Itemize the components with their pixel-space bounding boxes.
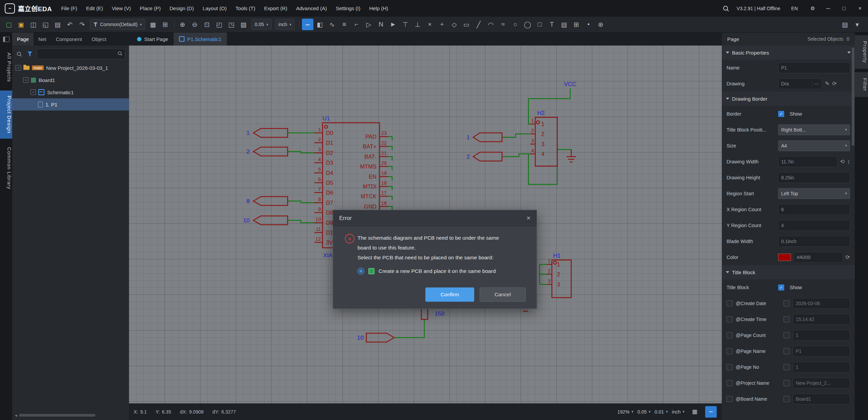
cancel-button[interactable]: Cancel bbox=[480, 287, 526, 302]
tab-p1-schematic1[interactable]: P1.Schematic1 bbox=[174, 33, 227, 45]
edit-icon[interactable]: ✎ bbox=[825, 80, 829, 87]
place-arc-icon[interactable]: ◠ bbox=[485, 19, 497, 30]
collapse-all-icon[interactable] bbox=[847, 52, 851, 54]
refresh-icon[interactable]: ⟳ bbox=[846, 254, 850, 260]
tree-item-project-root[interactable]: − main New Project_2026-03-03_1 bbox=[12, 62, 129, 74]
menu-export[interactable]: Export (R) bbox=[260, 0, 292, 17]
scroll-left-icon[interactable]: ◄ bbox=[14, 414, 18, 417]
new-file-icon[interactable]: ▢ bbox=[3, 19, 15, 30]
zoom-selection-icon[interactable]: ◳ bbox=[226, 19, 237, 30]
attr-value-input[interactable]: P1 bbox=[793, 346, 850, 357]
panel-toggle-icon[interactable] bbox=[3, 37, 9, 42]
place-image-icon[interactable]: ▤ bbox=[558, 19, 570, 30]
place-no-connect-icon[interactable]: × bbox=[424, 19, 436, 30]
place-circle-icon[interactable]: ○ bbox=[509, 19, 521, 30]
sync-icon[interactable]: ⟲ bbox=[840, 158, 845, 165]
tree-search-box[interactable] bbox=[37, 48, 126, 59]
menu-view[interactable]: View (V) bbox=[108, 0, 135, 17]
tab-page[interactable]: Page bbox=[12, 33, 34, 45]
search-icon[interactable] bbox=[718, 0, 733, 17]
create-pcb-option[interactable]: Create a new PCB and place it on the sam… bbox=[358, 268, 526, 275]
place-table-icon[interactable]: ⊞ bbox=[571, 19, 582, 30]
rail-all-projects[interactable]: All Projects bbox=[0, 47, 12, 87]
place-pin-icon[interactable]: • bbox=[583, 19, 594, 30]
place-net-label-icon[interactable]: N bbox=[375, 19, 387, 30]
size-select[interactable]: A4 ▾ bbox=[778, 140, 850, 151]
horizontal-scrollbar[interactable]: ◄ bbox=[14, 413, 126, 417]
color-input[interactable]: #A000 bbox=[794, 252, 843, 263]
search-icon[interactable] bbox=[15, 50, 23, 58]
radio-button[interactable] bbox=[358, 268, 364, 275]
grid-add-icon[interactable]: ⊞ bbox=[159, 19, 171, 30]
place-bezier-icon[interactable]: ≈ bbox=[497, 19, 509, 30]
attr-value-input[interactable]: 1 bbox=[793, 330, 850, 341]
tree-item-schematic[interactable]: − Schematic1 bbox=[12, 86, 129, 98]
place-ellipse-icon[interactable]: ◯ bbox=[522, 19, 533, 30]
zoom-window-icon[interactable]: ◰ bbox=[213, 19, 225, 30]
color-swatch[interactable] bbox=[778, 254, 791, 261]
place-net-port-icon[interactable]: ► bbox=[387, 19, 399, 30]
menu-design[interactable]: Design (D) bbox=[165, 0, 198, 17]
attr-checkbox[interactable] bbox=[727, 332, 733, 338]
x-region-input[interactable]: 6 bbox=[778, 204, 850, 215]
place-bus-entry-icon[interactable]: ⌐ bbox=[351, 19, 362, 30]
scrollbar-thumb[interactable] bbox=[19, 414, 95, 417]
confirm-button[interactable]: Confirm bbox=[425, 287, 474, 302]
print-icon[interactable]: ▤ bbox=[52, 19, 63, 30]
name-input[interactable]: P1 bbox=[778, 62, 850, 73]
section-drawing-border[interactable]: Drawing Border bbox=[722, 92, 855, 106]
section-title-block[interactable]: Title Block bbox=[722, 265, 855, 279]
more-tools-icon[interactable]: ▾ bbox=[851, 19, 863, 30]
tree-item-board[interactable]: − Board1 bbox=[12, 74, 129, 86]
blade-width-input[interactable]: 0.1inch bbox=[778, 236, 850, 247]
vertical-scrollbar-thumb[interactable] bbox=[852, 47, 854, 146]
menu-help[interactable]: Help (H) bbox=[365, 0, 392, 17]
y-region-input[interactable]: 4 bbox=[778, 220, 850, 231]
menu-file[interactable]: File (F) bbox=[57, 0, 82, 17]
drag-wire-mode-icon[interactable]: ∽ bbox=[302, 19, 313, 30]
place-probe-icon[interactable]: ◇ bbox=[448, 19, 460, 30]
place-net-flag-icon[interactable]: ▷ bbox=[363, 19, 374, 30]
dialog-titlebar[interactable]: Error × bbox=[333, 210, 537, 226]
ground-symbol[interactable] bbox=[566, 149, 576, 162]
drawing-width-input[interactable]: 11.7in bbox=[778, 156, 837, 167]
gear-icon[interactable]: ⚙ bbox=[805, 0, 820, 17]
menu-settings[interactable]: Settings (I) bbox=[331, 0, 365, 17]
rail-filter-tab[interactable]: Filter bbox=[855, 72, 868, 97]
attr-value-input[interactable]: Board1 bbox=[793, 394, 850, 404]
attr-checkbox[interactable] bbox=[727, 380, 733, 386]
rail-property-tab[interactable]: Property bbox=[855, 35, 868, 69]
maximize-button[interactable]: □ bbox=[836, 0, 852, 17]
menu-tools[interactable]: Tools (T) bbox=[231, 0, 259, 17]
attr-value-input[interactable]: 1 bbox=[793, 362, 850, 373]
attr-value-checkbox[interactable] bbox=[784, 332, 790, 338]
attr-value-input[interactable]: 15:14:42 bbox=[793, 314, 850, 325]
sheet-settings-icon[interactable]: ▨ bbox=[238, 19, 249, 30]
preset-select[interactable]: Common(Default) ▾ bbox=[90, 19, 145, 30]
region-start-select[interactable]: Left Top ▾ bbox=[778, 188, 850, 199]
attr-checkbox[interactable] bbox=[727, 364, 733, 370]
more-icon[interactable]: ⋯ bbox=[812, 81, 819, 86]
title-block-position-select[interactable]: Right Bott... ▾ bbox=[778, 124, 850, 135]
place-frame-icon[interactable]: ▭ bbox=[461, 19, 472, 30]
place-ground-icon[interactable]: ⊥ bbox=[412, 19, 423, 30]
zoom-in-icon[interactable]: ⊕ bbox=[177, 19, 188, 30]
place-junction-icon[interactable]: + bbox=[436, 19, 448, 30]
zoom-out-icon[interactable]: ⊖ bbox=[189, 19, 200, 30]
border-show-checkbox[interactable]: ✓ bbox=[778, 111, 784, 117]
place-bus-icon[interactable]: ≡ bbox=[339, 19, 350, 30]
filter-funnel-icon[interactable] bbox=[26, 50, 34, 58]
rail-project-design[interactable]: Project Design bbox=[0, 91, 12, 139]
tools-attr-icon[interactable]: ⊛ bbox=[595, 19, 606, 30]
grid-size-select[interactable]: 0.05 ▾ bbox=[251, 19, 272, 30]
attr-value-checkbox[interactable] bbox=[784, 380, 790, 386]
tab-object[interactable]: Object bbox=[87, 33, 111, 45]
place-line-icon[interactable]: ╱ bbox=[473, 19, 484, 30]
section-basic-properties[interactable]: Basic Properties bbox=[722, 45, 855, 60]
panel-list-icon[interactable]: ▤ bbox=[839, 19, 851, 30]
place-text-icon[interactable]: T bbox=[546, 19, 558, 30]
tree-item-page-p1[interactable]: 1. P1 bbox=[12, 98, 129, 111]
attr-checkbox[interactable] bbox=[727, 396, 733, 402]
place-component-icon[interactable]: ◧ bbox=[314, 19, 326, 30]
attr-value-checkbox[interactable] bbox=[784, 396, 790, 402]
